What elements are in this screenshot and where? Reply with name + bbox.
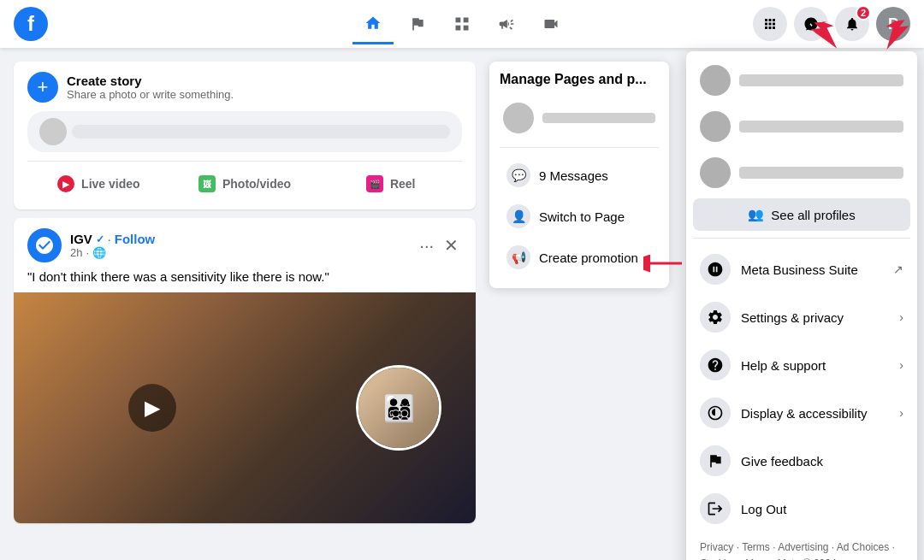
external-link-icon: ↗ (893, 262, 903, 276)
verified-icon: ✓ (96, 233, 104, 245)
help-support-menu-item[interactable]: Help & support › (693, 341, 910, 389)
display-icon (700, 398, 731, 428)
meta-business-left: Meta Business Suite (700, 254, 858, 285)
friends-group-photo: 👨‍👩‍👧‍👦 (358, 368, 439, 448)
reel-icon: 🎬 (366, 175, 383, 192)
post-user-avatar[interactable] (27, 228, 62, 262)
settings-icon (700, 302, 731, 333)
give-feedback-menu-item[interactable]: Give feedback (693, 437, 910, 485)
photo-video-label: Photo/video (222, 177, 291, 191)
feedback-left: Give feedback (700, 445, 823, 476)
messages-menu-item[interactable]: 💬 9 Messages (500, 155, 659, 196)
notification-badge: 2 (856, 5, 871, 21)
svg-rect-0 (456, 18, 461, 23)
help-left: Help & support (700, 350, 826, 380)
profile-item-3[interactable] (693, 150, 910, 195)
nav-video-button[interactable] (530, 3, 572, 44)
post-user-details: IGV ✓ · Follow 2h · 🌐 (70, 232, 155, 259)
manage-pages-title: Manage Pages and p... (500, 72, 659, 87)
panel-divider (500, 147, 659, 148)
live-video-button[interactable]: ▶ Live video (27, 168, 170, 199)
meta-business-label: Meta Business Suite (741, 262, 858, 277)
page-name-blurred (542, 113, 655, 123)
post-video-area[interactable]: ▶ 👨‍👩‍👧‍👦 (14, 292, 476, 523)
photo-icon: 🖼 (198, 175, 216, 192)
facebook-logo: f (14, 7, 48, 41)
messages-icon: 💬 (506, 163, 530, 187)
page-list-item[interactable] (500, 96, 659, 140)
nav-grid-button[interactable] (441, 3, 483, 44)
follow-button[interactable]: Follow (115, 232, 156, 246)
settings-left: Settings & privacy (700, 302, 844, 333)
profile-avatar-3 (700, 157, 731, 188)
profile-item-1[interactable] (693, 58, 910, 103)
post-action-bar[interactable] (27, 111, 462, 152)
settings-chevron-icon: › (899, 310, 903, 324)
create-promo-menu-item[interactable]: 📢 Create promotion (500, 237, 659, 278)
see-all-label: See all profiles (771, 208, 855, 222)
friends-photo-overlay: 👨‍👩‍👧‍👦 (356, 365, 441, 451)
create-story-info: Create story Share a photo or write some… (67, 74, 234, 101)
create-story-header: + Create story Share a photo or write so… (27, 72, 462, 103)
create-story-subtitle: Share a photo or write something. (67, 88, 234, 101)
apps-button[interactable] (753, 7, 787, 41)
page-avatar (503, 103, 534, 133)
feed-column: + Create story Share a photo or write so… (14, 62, 476, 546)
nav-megaphone-button[interactable] (486, 3, 527, 44)
display-left: Display & accessibility (700, 398, 868, 428)
post-close-button[interactable]: ✕ (441, 232, 462, 259)
meta-business-menu-item[interactable]: Meta Business Suite ↗ (693, 245, 910, 293)
logout-label: Log Out (741, 502, 786, 516)
see-all-profiles-button[interactable]: 👥 See all profiles (693, 198, 910, 231)
settings-arrow (643, 248, 686, 278)
switch-page-icon: 👤 (506, 204, 530, 228)
create-promo-label: Create promotion (539, 251, 638, 265)
settings-label: Settings & privacy (741, 310, 844, 325)
profile-name-1 (739, 74, 903, 86)
post-placeholder (72, 125, 450, 139)
reel-button[interactable]: 🎬 Reel (319, 168, 462, 199)
footer-links: Privacy · Terms · Advertising · Ad Choic… (693, 533, 910, 560)
svg-rect-1 (464, 18, 469, 23)
display-chevron-icon: › (899, 406, 903, 420)
switch-page-menu-item[interactable]: 👤 Switch to Page (500, 196, 659, 237)
logout-left: Log Out (700, 493, 786, 524)
photo-video-button[interactable]: 🖼 Photo/video (174, 168, 317, 199)
profile-name-2 (739, 121, 903, 133)
switch-page-label: Switch to Page (539, 209, 625, 224)
post-header: IGV ✓ · Follow 2h · 🌐 ··· ✕ (14, 218, 476, 269)
post-text: "I don't think there was a sensitivity l… (14, 269, 476, 292)
feedback-icon (700, 445, 731, 476)
menu-separator-1 (693, 238, 910, 239)
post-actions-right: ··· ✕ (416, 232, 462, 259)
create-story-plus[interactable]: + (27, 72, 58, 103)
svg-rect-3 (464, 26, 469, 31)
people-icon: 👥 (748, 207, 764, 222)
profile-item-2[interactable] (693, 104, 910, 149)
post-user-info: IGV ✓ · Follow 2h · 🌐 (27, 228, 155, 262)
create-story-title: Create story (67, 74, 234, 88)
log-out-menu-item[interactable]: Log Out (693, 485, 910, 533)
svg-rect-2 (456, 26, 461, 31)
profile-name-3 (739, 167, 903, 179)
logout-icon (700, 493, 731, 524)
meta-business-icon (700, 254, 731, 285)
create-promo-icon: 📢 (506, 245, 530, 269)
feedback-label: Give feedback (741, 454, 823, 469)
nav-flag-button[interactable] (397, 3, 438, 44)
display-accessibility-menu-item[interactable]: Display & accessibility › (693, 389, 910, 437)
post-more-button[interactable]: ··· (416, 233, 437, 259)
settings-privacy-menu-item[interactable]: Settings & privacy › (693, 293, 910, 341)
top-navigation: f 2 P (0, 0, 924, 48)
live-video-label: Live video (81, 177, 139, 191)
post-meta: 2h · 🌐 (70, 246, 155, 259)
reel-label: Reel (390, 177, 416, 191)
display-label: Display & accessibility (741, 406, 868, 421)
video-play-button[interactable]: ▶ (128, 384, 176, 432)
help-label: Help & support (741, 358, 826, 373)
profile-avatar-2 (700, 111, 731, 142)
action-buttons: ▶ Live video 🖼 Photo/video 🎬 Reel (27, 161, 462, 199)
help-chevron-icon: › (899, 358, 903, 372)
user-dropdown-menu: 👥 See all profiles Meta Business Suite ↗… (686, 51, 917, 560)
nav-home-button[interactable] (352, 3, 394, 44)
